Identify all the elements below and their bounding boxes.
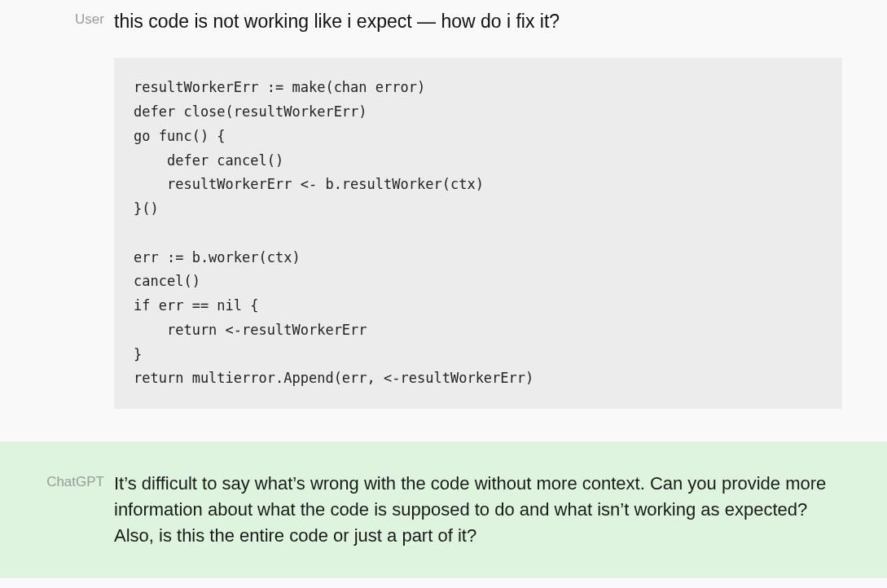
assistant-role-label: ChatGPT [33,471,114,490]
user-content: this code is not working like i expect —… [114,8,847,409]
user-message-row: User this code is not working like i exp… [0,0,887,409]
assistant-message-row: ChatGPT It’s difficult to say what’s wro… [0,441,887,578]
assistant-reply: It’s difficult to say what’s wrong with … [114,471,847,549]
user-question: this code is not working like i expect —… [114,8,847,35]
user-role-label: User [33,8,114,28]
user-code-block: resultWorkerErr := make(chan error) defe… [114,58,842,409]
